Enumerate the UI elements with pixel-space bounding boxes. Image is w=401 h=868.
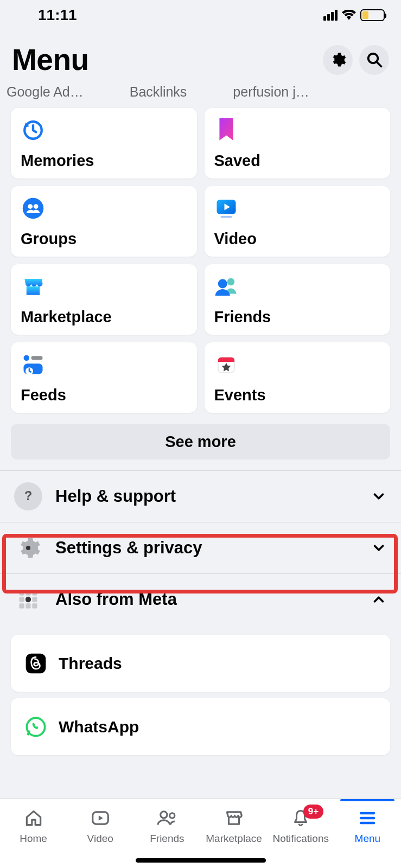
page-title: Menu — [12, 42, 89, 77]
svg-text:?: ? — [24, 489, 32, 503]
chevron-up-icon — [371, 591, 387, 608]
shortcut-item[interactable]: Backlinks — [130, 84, 187, 100]
app-name: Threads — [59, 654, 122, 673]
tab-label: Menu — [355, 833, 381, 845]
search-icon — [366, 52, 383, 68]
section-settings-privacy[interactable]: Settings & privacy — [0, 522, 401, 573]
marketplace-tab-icon — [222, 807, 245, 829]
threads-icon — [25, 653, 47, 674]
tab-label: Notifications — [272, 833, 329, 845]
menu-icon — [356, 807, 379, 829]
svg-rect-26 — [20, 603, 24, 608]
meta-app-threads[interactable]: Threads — [11, 635, 390, 692]
svg-rect-20 — [20, 591, 24, 596]
status-time: 11:11 — [38, 7, 77, 24]
tab-label: Home — [20, 833, 47, 845]
page-header: Menu — [0, 30, 401, 84]
svg-rect-22 — [32, 591, 37, 596]
tab-label: Friends — [150, 833, 184, 845]
tile-memories[interactable]: Memories — [11, 108, 197, 178]
tile-label: Groups — [21, 230, 187, 248]
svg-rect-8 — [26, 286, 40, 295]
tab-menu[interactable]: Menu — [335, 807, 400, 845]
tab-video[interactable]: Video — [68, 807, 133, 845]
video-icon — [214, 196, 239, 220]
meta-apps-list: Threads WhatsApp — [0, 625, 401, 755]
svg-rect-27 — [26, 603, 30, 608]
tile-video[interactable]: Video — [205, 186, 391, 257]
groups-icon — [21, 196, 45, 220]
tile-label: Saved — [214, 152, 381, 170]
section-label: Also from Meta — [55, 590, 358, 609]
memories-icon — [21, 118, 45, 142]
tab-home[interactable]: Home — [1, 807, 66, 845]
tab-marketplace[interactable]: Marketplace — [201, 807, 266, 845]
tile-label: Video — [214, 230, 381, 248]
see-more-button[interactable]: See more — [11, 424, 390, 459]
tab-label: Marketplace — [206, 833, 262, 845]
chevron-down-icon — [371, 540, 387, 556]
svg-rect-12 — [31, 356, 42, 360]
feeds-icon — [21, 352, 45, 376]
svg-rect-7 — [221, 216, 232, 218]
home-indicator — [136, 858, 266, 863]
section-label: Help & support — [55, 487, 358, 506]
app-name: WhatsApp — [59, 718, 139, 736]
svg-point-24 — [26, 597, 31, 602]
video-tab-icon — [89, 807, 112, 829]
status-bar: 11:11 — [0, 0, 401, 30]
tile-events[interactable]: Events — [205, 342, 391, 413]
shortcut-item[interactable]: Google Ad… — [7, 84, 84, 100]
see-more-label: See more — [165, 433, 236, 451]
menu-tiles-grid: Memories Saved Groups Video Marketplace … — [0, 100, 401, 420]
tile-feeds[interactable]: Feeds — [11, 342, 197, 413]
section-label: Settings & privacy — [55, 538, 358, 558]
tab-friends[interactable]: Friends — [135, 807, 200, 845]
settings-icon — [14, 534, 42, 562]
tile-label: Friends — [214, 308, 381, 326]
tile-label: Events — [214, 386, 381, 404]
tile-label: Memories — [21, 152, 187, 170]
svg-point-9 — [227, 278, 235, 285]
svg-point-3 — [22, 197, 43, 219]
section-also-from-meta[interactable]: Also from Meta — [0, 574, 401, 625]
friends-icon — [214, 274, 239, 298]
notification-badge: 9+ — [303, 805, 323, 819]
svg-point-5 — [33, 204, 38, 209]
saved-icon — [214, 118, 239, 142]
tile-marketplace[interactable]: Marketplace — [11, 264, 197, 335]
meta-grid-icon — [14, 585, 42, 614]
meta-app-whatsapp[interactable]: WhatsApp — [11, 698, 390, 755]
friends-tab-icon — [156, 807, 179, 829]
shortcuts-strip[interactable]: Google Ad… Backlinks perfusion j… — [0, 84, 401, 100]
svg-rect-21 — [26, 591, 30, 596]
svg-rect-23 — [20, 597, 24, 602]
tab-notifications[interactable]: 9+ Notifications — [268, 807, 333, 845]
shortcut-item[interactable]: perfusion j… — [233, 84, 309, 100]
cellular-icon — [323, 10, 338, 21]
svg-point-32 — [161, 812, 167, 818]
tile-label: Feeds — [21, 386, 187, 404]
tile-groups[interactable]: Groups — [11, 186, 197, 257]
whatsapp-icon — [25, 716, 47, 738]
svg-point-33 — [170, 813, 175, 818]
svg-point-10 — [218, 279, 227, 288]
search-button[interactable] — [359, 45, 389, 75]
settings-button[interactable] — [323, 45, 353, 75]
svg-point-11 — [23, 355, 29, 361]
svg-rect-17 — [218, 360, 234, 361]
wifi-icon — [342, 10, 356, 21]
marketplace-icon — [21, 274, 45, 298]
tab-label: Video — [87, 833, 113, 845]
home-icon — [22, 807, 45, 829]
tile-label: Marketplace — [21, 308, 187, 326]
svg-rect-25 — [32, 597, 37, 602]
events-icon — [214, 352, 239, 376]
tile-saved[interactable]: Saved — [205, 108, 391, 178]
status-icons — [323, 9, 385, 21]
tile-friends[interactable]: Friends — [205, 264, 391, 335]
section-help-support[interactable]: ? Help & support — [0, 471, 401, 522]
gear-icon — [330, 52, 346, 68]
svg-rect-28 — [32, 603, 37, 608]
chevron-down-icon — [371, 488, 387, 505]
